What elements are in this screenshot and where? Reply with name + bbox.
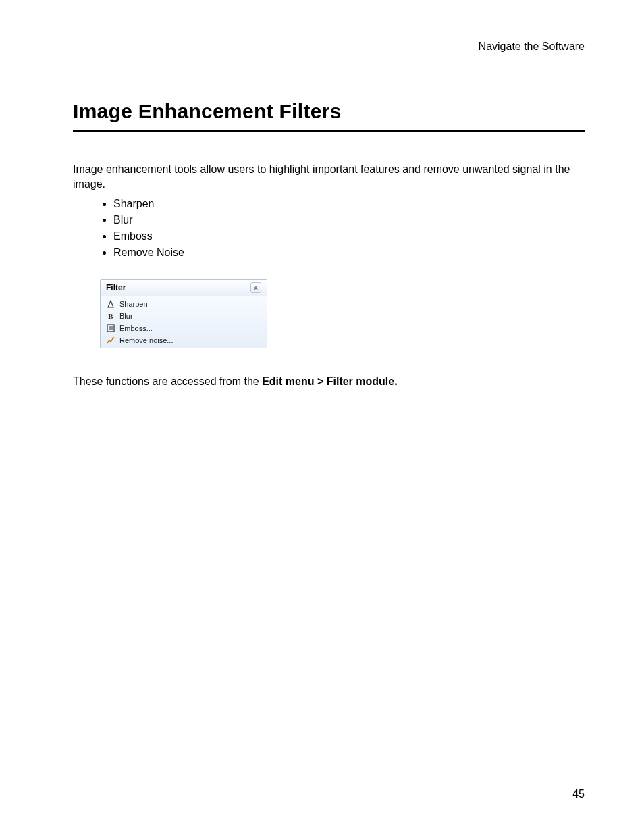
access-note-path: Edit menu > Filter module. [262, 375, 397, 387]
intro-paragraph: Image enhancement tools allow users to h… [73, 162, 585, 191]
emboss-icon [106, 323, 115, 333]
filter-panel: Filter Sharpen B Blur [100, 279, 267, 348]
noise-icon [106, 336, 115, 345]
filter-item-remove-noise[interactable]: Remove noise... [101, 334, 267, 346]
filter-item-label: Emboss... [119, 324, 153, 332]
bullet-item: Sharpen [113, 198, 585, 210]
filter-item-emboss[interactable]: Emboss... [101, 322, 267, 334]
feature-bullets: Sharpen Blur Emboss Remove Noise [113, 198, 585, 259]
bullet-item: Remove Noise [113, 246, 585, 259]
bullet-item: Emboss [113, 230, 585, 242]
filter-item-label: Blur [119, 312, 133, 320]
bullet-item: Blur [113, 214, 585, 226]
collapse-icon[interactable] [250, 282, 261, 293]
page-number: 45 [572, 788, 585, 800]
filter-item-label: Remove noise... [119, 336, 173, 344]
page-title: Image Enhancement Filters [73, 100, 585, 132]
filter-item-sharpen[interactable]: Sharpen [101, 298, 267, 310]
filter-panel-screenshot: Filter Sharpen B Blur [100, 279, 585, 348]
access-note: These functions are accessed from the Ed… [73, 375, 585, 388]
filter-panel-body: Sharpen B Blur Emboss... Remove nois [101, 296, 267, 348]
header-breadcrumb: Navigate the Software [73, 41, 585, 53]
blur-icon: B [106, 311, 115, 321]
document-page: Navigate the Software Image Enhancement … [0, 0, 644, 834]
svg-point-4 [113, 337, 115, 339]
filter-panel-header[interactable]: Filter [101, 280, 267, 296]
sharpen-icon [106, 299, 115, 309]
filter-item-label: Sharpen [119, 300, 148, 308]
filter-item-blur[interactable]: B Blur [101, 310, 267, 322]
access-note-prefix: These functions are accessed from the [73, 375, 262, 387]
filter-panel-title: Filter [106, 283, 126, 292]
